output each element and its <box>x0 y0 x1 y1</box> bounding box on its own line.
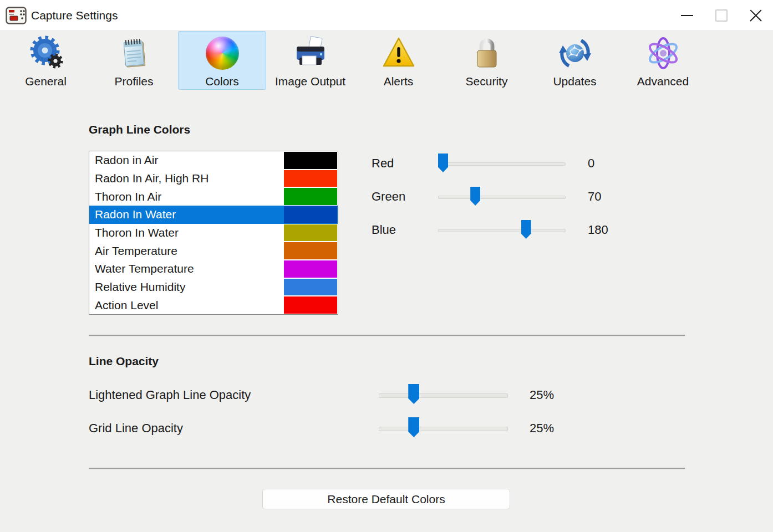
window-controls <box>670 0 773 30</box>
color-swatch <box>284 188 337 205</box>
list-item-thoron-in-water[interactable]: Thoron In Water <box>89 224 338 242</box>
list-item-radon-in-air-high-rh[interactable]: Radon In Air, High RH <box>89 170 338 188</box>
restore-default-colors-button[interactable]: Restore Default Colors <box>262 489 510 509</box>
list-item-label: Radon in Air <box>89 151 284 170</box>
list-item-relative-humidity[interactable]: Relative Humidity <box>89 278 338 296</box>
color-swatch <box>284 206 337 223</box>
list-item-label: Radon In Air, High RH <box>89 170 284 188</box>
tab-label: Alerts <box>384 75 414 88</box>
red-slider-track[interactable] <box>438 162 566 166</box>
section-divider <box>89 335 685 336</box>
lightened-opacity-value: 25% <box>530 388 554 402</box>
settings-tab-strip: General Profiles Colors <box>2 31 707 90</box>
list-item-label: Water Temperature <box>89 260 284 278</box>
color-swatch <box>284 170 337 187</box>
tab-security[interactable]: Security <box>443 31 531 90</box>
list-item-label: Air Temperature <box>89 242 284 260</box>
color-ball-icon <box>205 35 240 71</box>
tab-general[interactable]: General <box>2 31 90 90</box>
color-swatch <box>284 296 337 314</box>
graph-line-colors-listbox[interactable]: Radon in Air Radon In Air, High RH Thoro… <box>89 151 338 315</box>
window-title: Capture Settings <box>31 9 118 22</box>
maximize-button[interactable] <box>704 0 739 30</box>
tab-label: General <box>25 75 67 88</box>
list-item-radon-in-air[interactable]: Radon in Air <box>89 151 338 170</box>
grid-opacity-track[interactable] <box>379 427 508 431</box>
capture-device-icon <box>6 7 27 24</box>
section-divider <box>89 468 685 469</box>
blue-slider-label: Blue <box>372 223 396 237</box>
color-swatch <box>284 152 337 169</box>
minimize-button[interactable] <box>670 0 704 30</box>
graph-line-colors-heading: Graph Line Colors <box>89 123 190 136</box>
notepad-icon <box>116 35 152 71</box>
tab-profiles[interactable]: Profiles <box>90 31 178 90</box>
warning-icon <box>381 35 416 71</box>
green-slider-track[interactable] <box>438 196 566 199</box>
globe-sync-icon <box>557 35 593 71</box>
tab-label: Profiles <box>114 75 153 88</box>
grid-opacity-value: 25% <box>530 421 554 436</box>
list-item-air-temperature[interactable]: Air Temperature <box>89 242 338 260</box>
rgb-slider-panel: Red 0 Green 70 Blue 180 <box>372 147 632 247</box>
lock-icon <box>469 35 505 71</box>
red-slider-row: Red 0 <box>372 147 632 181</box>
maximize-icon <box>715 9 728 22</box>
grid-opacity-row: Grid Line Opacity 25% <box>89 412 649 446</box>
minimize-icon <box>681 15 693 16</box>
list-item-radon-in-water[interactable]: Radon In Water <box>89 206 338 224</box>
list-item-label: Thoron In Water <box>89 224 284 242</box>
green-slider-value: 70 <box>588 190 601 204</box>
blue-slider-track[interactable] <box>438 229 566 232</box>
close-button[interactable] <box>739 0 773 30</box>
printer-icon <box>293 35 328 71</box>
list-item-label: Relative Humidity <box>89 278 284 296</box>
blue-slider-value: 180 <box>588 223 608 237</box>
tab-label: Image Output <box>275 75 345 88</box>
line-opacity-heading: Line Opacity <box>89 355 159 368</box>
atom-icon <box>645 35 681 71</box>
tab-advanced[interactable]: Advanced <box>619 31 707 90</box>
blue-slider-row: Blue 180 <box>372 214 632 247</box>
red-slider-label: Red <box>372 156 394 171</box>
tab-colors[interactable]: Colors <box>178 31 266 90</box>
color-swatch <box>284 279 337 296</box>
tab-label: Colors <box>205 75 239 88</box>
list-item-water-temperature[interactable]: Water Temperature <box>89 260 338 278</box>
green-slider-label: Green <box>372 190 405 204</box>
list-item-action-level[interactable]: Action Level <box>89 296 338 314</box>
gears-icon <box>28 35 64 71</box>
lightened-opacity-label: Lightened Graph Line Opacity <box>89 388 251 402</box>
list-item-label: Thoron In Air <box>89 187 284 206</box>
close-icon <box>749 8 763 23</box>
title-bar: Capture Settings <box>0 0 773 31</box>
red-slider-value: 0 <box>588 156 594 171</box>
list-item-label: Action Level <box>89 296 284 314</box>
tab-label: Updates <box>553 75 596 88</box>
tab-updates[interactable]: Updates <box>531 31 619 90</box>
color-swatch <box>284 224 337 242</box>
color-swatch <box>284 260 337 278</box>
color-swatch <box>284 242 337 259</box>
tab-label: Advanced <box>637 75 689 88</box>
tab-label: Security <box>466 75 508 88</box>
list-item-thoron-in-air[interactable]: Thoron In Air <box>89 187 338 206</box>
tab-image-output[interactable]: Image Output <box>266 31 354 90</box>
tab-alerts[interactable]: Alerts <box>354 31 443 90</box>
grid-opacity-label: Grid Line Opacity <box>89 421 183 436</box>
list-item-label: Radon In Water <box>89 206 284 224</box>
lightened-opacity-row: Lightened Graph Line Opacity 25% <box>89 379 649 412</box>
green-slider-row: Green 70 <box>372 181 632 214</box>
lightened-opacity-track[interactable] <box>379 393 508 398</box>
